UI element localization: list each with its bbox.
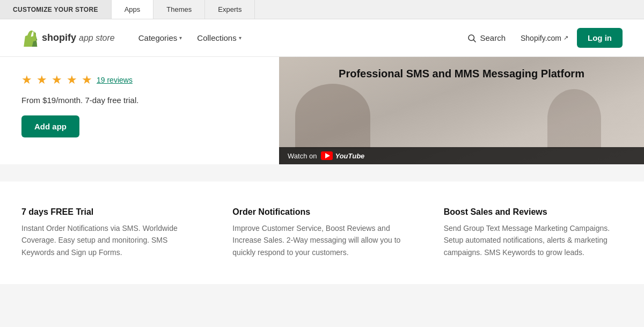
categories-nav-link[interactable]: Categories ▾ [132,29,189,47]
search-label: Search [480,33,506,42]
youtube-play-icon [325,153,330,158]
feature-desc-0: Instant Order Notifications via SMS. Wor… [21,222,200,258]
feature-title-1: Order Notifications [232,207,411,217]
youtube-icon [321,151,333,160]
rating-section: ★ ★ ★ ★ ★ 19 reviews [21,73,258,87]
logo[interactable]: shopify app store [21,30,115,47]
header: shopify app store Categories ▾ Collectio… [0,19,644,57]
top-nav-experts[interactable]: Experts [205,0,255,19]
collections-chevron-icon: ▾ [239,35,241,41]
youtube-logo: YouTube [321,151,364,160]
shopify-com-arrow-icon: ↗ [564,34,568,41]
top-nav-themes[interactable]: Themes [153,0,205,19]
features-section: 7 days FREE Trial Instant Order Notifica… [0,181,644,284]
header-nav: Categories ▾ Collections ▾ [132,29,461,47]
watch-on-label: Watch on [288,152,317,160]
video-panel[interactable]: Professional SMS and MMS Messaging Platf… [279,57,644,164]
star-4: ★ [67,73,77,87]
categories-label: Categories [138,33,178,42]
top-nav-customize[interactable]: CUSTOMIZE YOUR STORE [0,0,112,19]
top-nav-apps-label: Apps [125,5,141,13]
bottom-area [0,284,644,327]
top-nav-themes-label: Themes [166,5,192,13]
star-3: ★ [52,73,62,87]
shopify-logo-icon [21,30,39,47]
search-button[interactable]: Search [460,29,512,47]
feature-item-1: Order Notifications Improve Customer Ser… [232,207,411,258]
video-overlay: Professional SMS and MMS Messaging Platf… [279,57,644,164]
svg-line-1 [474,40,476,42]
header-right: Search Shopify.com ↗ Log in [460,28,623,48]
star-5: ★ [82,73,92,87]
search-icon [467,33,477,43]
top-nav-customize-label: CUSTOMIZE YOUR STORE [13,6,98,13]
top-nav-experts-label: Experts [218,5,241,13]
video-title: Professional SMS and MMS Messaging Platf… [279,68,644,80]
collections-label: Collections [197,33,236,42]
top-nav: CUSTOMIZE YOUR STORE Apps Themes Experts [0,0,644,19]
app-detail-left: ★ ★ ★ ★ ★ 19 reviews From $19/month. 7-d… [0,57,279,164]
svg-point-0 [469,35,474,41]
reviews-link[interactable]: 19 reviews [97,76,133,84]
add-app-button[interactable]: Add app [21,115,79,137]
feature-item-0: 7 days FREE Trial Instant Order Notifica… [21,207,200,258]
feature-title-0: 7 days FREE Trial [21,207,200,217]
watch-on-bar[interactable]: Watch on YouTube [279,147,644,164]
star-1: ★ [21,73,32,87]
categories-chevron-icon: ▾ [179,35,182,41]
main-content: ★ ★ ★ ★ ★ 19 reviews From $19/month. 7-d… [0,57,644,164]
star-2: ★ [36,73,47,87]
collections-nav-link[interactable]: Collections ▾ [191,29,247,47]
feature-title-2: Boost Sales and Reviews [444,207,623,217]
price-text: From $19/month. 7-day free trial. [21,96,258,105]
login-button[interactable]: Log in [577,28,623,48]
feature-item-2: Boost Sales and Reviews Send Group Text … [444,207,623,258]
logo-text-group: shopify app store [42,32,115,43]
shopify-com-text: Shopify.com [521,34,561,42]
feature-desc-1: Improve Customer Service, Boost Reviews … [232,222,411,258]
section-divider [0,164,644,181]
feature-desc-2: Send Group Text Message Marketing Campai… [444,222,623,258]
top-nav-apps[interactable]: Apps [112,0,154,19]
shopify-com-link[interactable]: Shopify.com ↗ [521,34,568,42]
youtube-label: YouTube [335,152,364,160]
